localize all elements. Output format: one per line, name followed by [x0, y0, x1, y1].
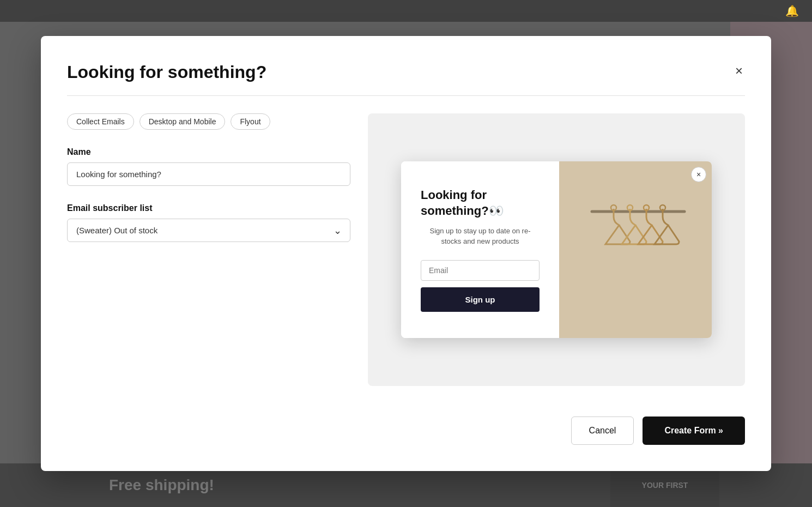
- modal-backdrop: Looking for something? × Collect Emails …: [0, 0, 812, 507]
- preview-signup-button[interactable]: Sign up: [421, 287, 540, 312]
- create-form-button[interactable]: Create Form »: [643, 417, 745, 445]
- name-input[interactable]: [67, 162, 350, 186]
- preview-email-input[interactable]: [421, 260, 540, 281]
- subscriber-select[interactable]: (Sweater) Out of stock: [67, 219, 350, 242]
- svg-rect-0: [581, 179, 690, 321]
- tag-desktop-mobile: Desktop and Mobile: [140, 113, 226, 130]
- tags-row: Collect Emails Desktop and Mobile Flyout: [67, 113, 350, 130]
- tag-collect-emails: Collect Emails: [67, 113, 134, 130]
- subscriber-field-group: Email subscriber list (Sweater) Out of s…: [67, 203, 350, 242]
- hangers-illustration: [559, 161, 712, 337]
- preview-popup-subtitle: Sign up to stay up to date on re-stocks …: [421, 226, 540, 247]
- modal-divider: [67, 95, 745, 96]
- cancel-button[interactable]: Cancel: [571, 417, 634, 445]
- left-panel: Collect Emails Desktop and Mobile Flyout…: [67, 113, 350, 386]
- preview-popup-image: [559, 161, 712, 337]
- hangers-svg: [581, 179, 690, 321]
- preview-popup-left: Looking for something?👀 Sign up to stay …: [401, 161, 559, 337]
- tag-flyout: Flyout: [231, 113, 270, 130]
- modal-close-button[interactable]: ×: [733, 62, 745, 80]
- preview-popup: × Looking for something?👀 Sign up to sta…: [401, 161, 712, 337]
- name-field-label: Name: [67, 147, 350, 157]
- modal-header: Looking for something? ×: [67, 62, 745, 82]
- preview-popup-title: Looking for something?👀: [421, 188, 540, 219]
- preview-panel: × Looking for something?👀 Sign up to sta…: [368, 113, 745, 386]
- modal-title: Looking for something?: [67, 62, 266, 82]
- name-field-group: Name: [67, 147, 350, 186]
- modal-footer: Cancel Create Form »: [67, 408, 745, 445]
- subscriber-field-label: Email subscriber list: [67, 203, 350, 213]
- subscriber-select-wrapper: (Sweater) Out of stock ⌄: [67, 219, 350, 242]
- modal-body: Collect Emails Desktop and Mobile Flyout…: [67, 113, 745, 386]
- modal-dialog: Looking for something? × Collect Emails …: [41, 36, 771, 471]
